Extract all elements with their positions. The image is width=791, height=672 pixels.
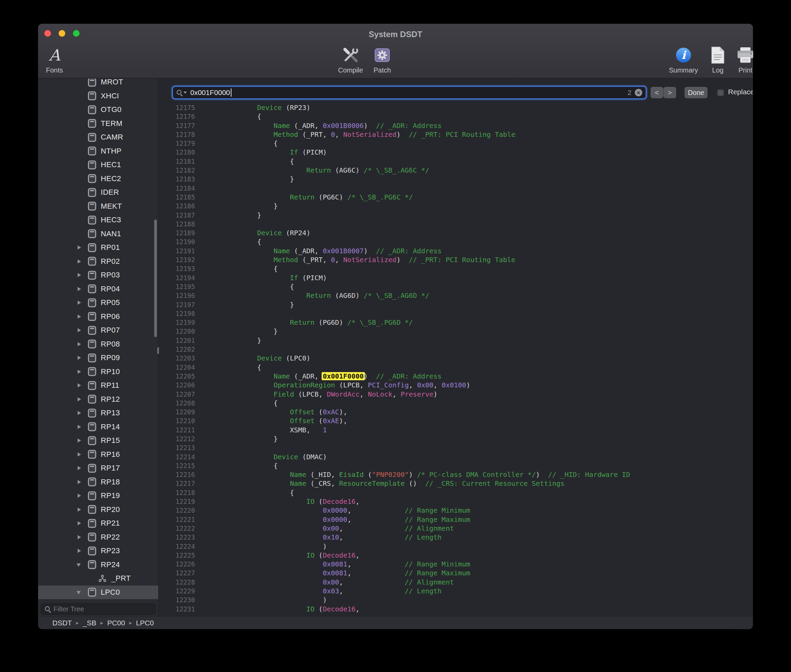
tree-item-rp07[interactable]: RP07 bbox=[38, 323, 158, 338]
disclosure-triangle[interactable] bbox=[78, 549, 81, 553]
code-line: 12185 Return (PG6C) /* \_SB_.PG6C */ bbox=[159, 193, 753, 202]
disclosure-triangle[interactable] bbox=[78, 356, 81, 360]
breadcrumb-item[interactable]: PC00 bbox=[107, 619, 125, 627]
tree-item-label: OTG0 bbox=[101, 105, 121, 114]
tree-item-rp03[interactable]: RP03 bbox=[38, 268, 158, 282]
tree-item-rp02[interactable]: RP02 bbox=[38, 254, 158, 269]
tree-item-ider[interactable]: IDER bbox=[38, 186, 158, 200]
print-button[interactable]: Print bbox=[736, 44, 754, 74]
search-field[interactable]: 0x001F0000 2 × bbox=[172, 86, 646, 99]
fonts-button[interactable]: A Fonts bbox=[46, 44, 63, 74]
tree-item-hec2[interactable]: HEC2 bbox=[38, 172, 158, 186]
tree-item-rp01[interactable]: RP01 bbox=[38, 241, 158, 254]
tree-item-camr[interactable]: CAMR bbox=[38, 130, 158, 144]
disclosure-triangle[interactable] bbox=[78, 453, 81, 456]
search-icon[interactable] bbox=[176, 90, 182, 96]
summary-button[interactable]: i Summary bbox=[669, 44, 698, 74]
breadcrumb: DSDT▸_SB▸PC00▸LPC0 bbox=[53, 619, 154, 627]
disclosure-triangle[interactable] bbox=[78, 383, 81, 387]
tree-item-prt[interactable]: _PRT bbox=[38, 571, 158, 586]
log-button[interactable]: Log bbox=[710, 44, 725, 74]
tree-item-nan1[interactable]: NAN1 bbox=[38, 227, 158, 241]
tree-item-rp15[interactable]: RP15 bbox=[38, 434, 158, 448]
line-number: 12186 bbox=[159, 202, 195, 210]
tree-item-term[interactable]: TERM bbox=[38, 117, 158, 131]
search-options-chevron-icon[interactable] bbox=[184, 91, 187, 94]
disclosure-triangle[interactable] bbox=[78, 425, 81, 429]
disclosure-triangle[interactable] bbox=[78, 259, 81, 264]
tree-item-rp05[interactable]: RP05 bbox=[38, 296, 158, 310]
disclosure-triangle[interactable] bbox=[78, 507, 81, 512]
sidebar-tree: MROTXHCIOTG0TERMCAMRNTHPHEC1HEC2IDERMEKT… bbox=[38, 78, 158, 602]
breadcrumb-item[interactable]: DSDT bbox=[53, 619, 72, 627]
breadcrumb-item[interactable]: LPC0 bbox=[136, 619, 154, 627]
line-number: 12195 bbox=[159, 282, 195, 291]
tree-item-rp23[interactable]: RP23 bbox=[38, 544, 158, 558]
tree-item-rp11[interactable]: RP11 bbox=[38, 379, 158, 392]
disclosure-triangle[interactable] bbox=[78, 287, 81, 291]
disclosure-triangle[interactable] bbox=[78, 480, 81, 484]
tree-item-label: RP12 bbox=[101, 395, 120, 404]
device-icon bbox=[88, 381, 96, 390]
tree-item-nthp[interactable]: NTHP bbox=[38, 144, 158, 158]
tree-item-rp19[interactable]: RP19 bbox=[38, 489, 158, 503]
find-next-button[interactable]: > bbox=[663, 87, 676, 98]
disclosure-triangle[interactable] bbox=[78, 438, 81, 443]
tree-item-hec1[interactable]: HEC1 bbox=[38, 158, 158, 172]
code-editor[interactable]: 12175 Device (RP23)12176 {12177 Name (_A… bbox=[159, 101, 753, 616]
sidebar-scrollbar[interactable] bbox=[154, 219, 157, 337]
disclosure-triangle[interactable] bbox=[78, 370, 81, 374]
filter-tree-field[interactable]: Filter Tree bbox=[41, 603, 155, 615]
disclosure-triangle[interactable] bbox=[78, 411, 81, 415]
disclosure-triangle[interactable] bbox=[77, 563, 81, 567]
disclosure-triangle[interactable] bbox=[78, 342, 81, 346]
tree-item-rp18[interactable]: RP18 bbox=[38, 475, 158, 489]
tree-item-rp13[interactable]: RP13 bbox=[38, 406, 158, 420]
tree-item-rp06[interactable]: RP06 bbox=[38, 310, 158, 324]
disclosure-triangle[interactable] bbox=[78, 315, 81, 318]
disclosure-triangle[interactable] bbox=[78, 397, 81, 402]
tree-item-otg0[interactable]: OTG0 bbox=[38, 103, 158, 117]
tree-item-hec3[interactable]: HEC3 bbox=[38, 213, 158, 227]
disclosure-triangle[interactable] bbox=[78, 245, 81, 250]
code-line: 12209 Offset (0xAC), bbox=[159, 408, 753, 416]
code-line: 12179 { bbox=[159, 139, 753, 148]
tree-item-mrot[interactable]: MROT bbox=[38, 78, 158, 89]
line-number: 12208 bbox=[159, 398, 195, 408]
code-line: 12205 Name (_ADR, 0x001F0000) // _ADR: A… bbox=[159, 372, 753, 381]
disclosure-triangle[interactable] bbox=[78, 301, 81, 305]
code-line: 12210 Offset (0xAE), bbox=[159, 416, 753, 425]
done-button[interactable]: Done bbox=[684, 87, 708, 98]
tree-item-rp16[interactable]: RP16 bbox=[38, 448, 158, 462]
patch-button[interactable]: Patch bbox=[373, 44, 391, 74]
clear-search-button[interactable]: × bbox=[635, 89, 642, 96]
disclosure-triangle[interactable] bbox=[78, 466, 81, 470]
disclosure-triangle[interactable] bbox=[78, 273, 81, 277]
compile-button[interactable]: Compile bbox=[338, 44, 363, 74]
disclosure-triangle[interactable] bbox=[78, 535, 81, 539]
find-previous-button[interactable]: < bbox=[650, 87, 663, 98]
tree-item-rp22[interactable]: RP22 bbox=[38, 530, 158, 544]
tree-item-rp14[interactable]: RP14 bbox=[38, 420, 158, 434]
tree-item-rp12[interactable]: RP12 bbox=[38, 392, 158, 406]
tree-item-rp20[interactable]: RP20 bbox=[38, 503, 158, 517]
tree-item-rp21[interactable]: RP21 bbox=[38, 517, 158, 530]
tree-item-lpc0[interactable]: LPC0 bbox=[38, 586, 158, 600]
tree-item-rp24[interactable]: RP24 bbox=[38, 558, 158, 572]
tree-item-rp17[interactable]: RP17 bbox=[38, 461, 158, 475]
replace-checkbox[interactable] bbox=[717, 89, 724, 96]
titlebar[interactable]: System DSDT bbox=[38, 24, 753, 44]
tree-item-rp09[interactable]: RP09 bbox=[38, 351, 158, 365]
disclosure-triangle[interactable] bbox=[78, 328, 81, 332]
disclosure-triangle[interactable] bbox=[77, 591, 81, 594]
breadcrumb-item[interactable]: _SB bbox=[83, 619, 96, 627]
tree-item-xhci[interactable]: XHCI bbox=[38, 89, 158, 103]
disclosure-triangle[interactable] bbox=[78, 494, 81, 498]
tree-item-rp08[interactable]: RP08 bbox=[38, 338, 158, 351]
tree-item-mekt[interactable]: MEKT bbox=[38, 200, 158, 213]
device-icon bbox=[88, 243, 96, 252]
disclosure-triangle[interactable] bbox=[78, 521, 81, 525]
tree-item-rp10[interactable]: RP10 bbox=[38, 365, 158, 379]
device-icon bbox=[88, 284, 96, 294]
tree-item-rp04[interactable]: RP04 bbox=[38, 282, 158, 296]
